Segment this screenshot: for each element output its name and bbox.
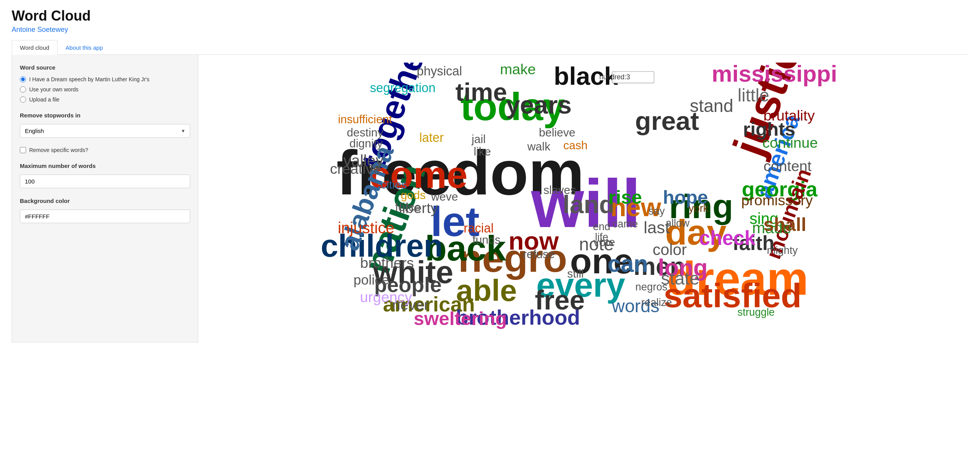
radio-file-label: Upload a file — [29, 96, 60, 103]
sidebar: Word source I Have a Dream speech by Mar… — [12, 55, 198, 343]
word-life[interactable]: life — [595, 231, 608, 243]
max-words-input[interactable] — [20, 175, 190, 188]
radio-mlk[interactable]: I Have a Dream speech by Martin Luther K… — [20, 76, 190, 82]
word-gods[interactable]: gods — [401, 189, 425, 201]
word-insufficient[interactable]: insufficient — [338, 113, 392, 126]
stopwords-select[interactable]: English French German Spanish Portuguese — [20, 124, 190, 138]
word-walk[interactable]: walk — [527, 140, 550, 153]
word-urgency[interactable]: urgency — [360, 289, 412, 305]
word-brutality[interactable]: brutality — [763, 107, 815, 124]
word-funds[interactable]: funds — [472, 233, 500, 246]
tab-word-cloud[interactable]: Word cloud — [12, 40, 58, 55]
word-refuse[interactable]: refuse — [523, 248, 555, 260]
word-time[interactable]: time — [455, 78, 507, 106]
word-little[interactable]: little — [738, 86, 769, 105]
word-still[interactable]: still — [567, 267, 584, 280]
word-say[interactable]: say — [649, 205, 665, 217]
page-title: Word Cloud — [12, 8, 968, 24]
word-mighty[interactable]: mighty — [767, 245, 798, 256]
wordcloud-area: freedomwilldreamjusticetodaynationnegrol… — [198, 55, 968, 343]
remove-specific-checkbox[interactable] — [20, 147, 26, 153]
word-continue[interactable]: continue — [762, 135, 818, 151]
stopwords-dropdown-wrapper: English French German Spanish Portuguese… — [20, 124, 190, 138]
main-content: Word source I Have a Dream speech by Mar… — [12, 55, 968, 343]
word-weve[interactable]: weve — [431, 190, 458, 203]
word-later[interactable]: later — [419, 131, 444, 145]
word-negros[interactable]: negros — [635, 281, 667, 293]
radio-group: I Have a Dream speech by Martin Luther K… — [20, 76, 190, 103]
remove-specific-section: Remove specific words? — [20, 147, 190, 153]
page-author[interactable]: Antoine Soetewey — [12, 26, 968, 34]
word-jail[interactable]: jail — [471, 133, 486, 145]
max-words-label: Maximum number of words — [20, 163, 190, 169]
word-brothers[interactable]: brothers — [360, 255, 414, 271]
word-years[interactable]: years — [506, 91, 572, 119]
word-slaves[interactable]: slaves — [543, 184, 576, 196]
word-mississippi[interactable]: mississippi — [712, 63, 837, 87]
word-segregation[interactable]: segregation — [370, 81, 436, 95]
word-rise[interactable]: rise — [609, 187, 642, 208]
word-allow[interactable]: allow — [666, 217, 690, 229]
word-believe[interactable]: believe — [539, 126, 576, 139]
tab-about[interactable]: About this app — [58, 40, 111, 55]
word-police[interactable]: police — [354, 272, 389, 287]
stopwords-label: Remove stopwords in — [20, 112, 190, 119]
word-stand[interactable]: stand — [690, 96, 733, 116]
wordcloud-svg: freedomwilldreamjusticetodaynationnegrol… — [214, 63, 953, 335]
word-content[interactable]: content — [763, 158, 812, 174]
word-came[interactable]: came — [612, 218, 638, 230]
word-dignity[interactable]: dignity — [350, 137, 383, 150]
radio-own-label: Use your own words — [29, 86, 79, 93]
word-creative[interactable]: creative — [330, 161, 381, 177]
word-end[interactable]: end — [593, 221, 611, 233]
word-like[interactable]: like — [474, 145, 491, 158]
page-container: Word Cloud Antoine Soetewey Word cloud A… — [0, 0, 980, 350]
word-can[interactable]: can — [607, 250, 648, 277]
word-source-section: Word source I Have a Dream speech by Mar… — [20, 64, 190, 103]
word-shall[interactable]: shall — [763, 214, 806, 235]
bg-color-input[interactable] — [20, 210, 190, 223]
radio-mlk-label: I Have a Dream speech by Martin Luther K… — [29, 76, 149, 82]
tabs-bar: Word cloud About this app — [12, 40, 968, 55]
word-struggle[interactable]: struggle — [737, 306, 775, 318]
remove-specific-label: Remove specific words? — [29, 147, 88, 153]
word-check[interactable]: check — [699, 227, 756, 249]
max-words-section: Maximum number of words — [20, 163, 190, 188]
word-promissory[interactable]: promissory — [741, 192, 813, 208]
word-color[interactable]: color — [653, 241, 687, 259]
bg-color-section: Background color — [20, 198, 190, 223]
svg-text:hundred:3: hundred:3 — [599, 73, 630, 81]
word-physical[interactable]: physical — [416, 64, 462, 78]
bg-color-label: Background color — [20, 198, 190, 204]
word-make[interactable]: make — [500, 63, 536, 77]
stopwords-section: Remove stopwords in English French Germa… — [20, 112, 190, 138]
radio-own-input[interactable] — [20, 86, 26, 93]
remove-specific-checkbox-label[interactable]: Remove specific words? — [20, 147, 190, 153]
word-injustice[interactable]: injustice — [338, 219, 394, 237]
word-york[interactable]: york — [689, 203, 709, 214]
radio-own[interactable]: Use your own words — [20, 86, 190, 93]
radio-mlk-input[interactable] — [20, 76, 26, 82]
word-source-label: Word source — [20, 64, 190, 71]
word-realize[interactable]: realize — [641, 297, 672, 308]
word-cash[interactable]: cash — [564, 139, 588, 152]
word-force[interactable]: force — [395, 201, 421, 213]
radio-file-input[interactable] — [20, 96, 26, 103]
radio-file[interactable]: Upload a file — [20, 96, 190, 103]
